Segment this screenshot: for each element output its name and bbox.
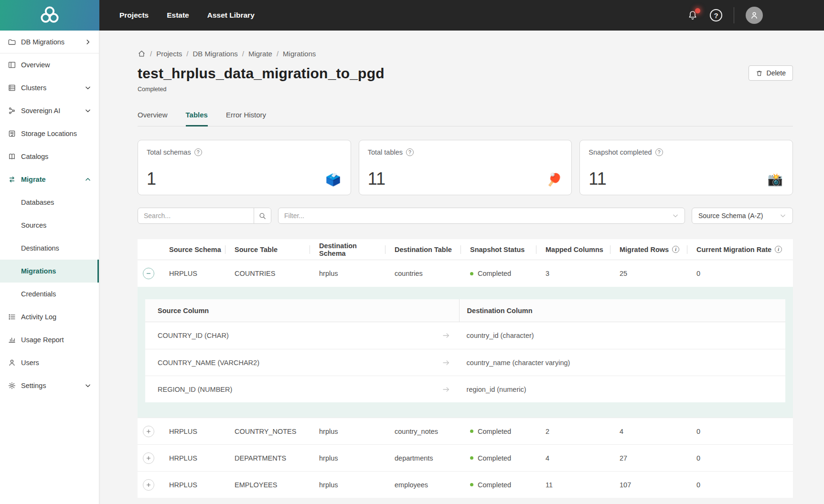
mapping-row: COUNTRY_ID (CHAR) country_id (character) bbox=[145, 322, 785, 349]
sidebar-item-migrations[interactable]: Migrations bbox=[0, 260, 99, 283]
chevron-down-icon[interactable] bbox=[672, 212, 679, 219]
delete-button[interactable]: Delete bbox=[749, 65, 793, 81]
nav-link-estate[interactable]: Estate bbox=[167, 11, 189, 20]
column-mapping-panel: Source Column Destination Column COUNTRY… bbox=[138, 287, 793, 418]
col-migrated-rows: Migrated Rowsi bbox=[610, 239, 687, 260]
user-avatar[interactable] bbox=[746, 7, 763, 24]
migration-tables-table: Source Schema Source Table Destination S… bbox=[138, 239, 793, 498]
stat-card-total-tables: Total tables ? 11 🏓 bbox=[359, 140, 572, 195]
sidebar-item-db-migrations[interactable]: DB Migrations bbox=[0, 31, 99, 53]
sidebar-item-migrate[interactable]: Migrate bbox=[0, 168, 99, 191]
sidebar-item-storage-locations[interactable]: Storage Locations bbox=[0, 122, 99, 145]
status-dot-icon bbox=[470, 483, 473, 486]
sidebar-item-users[interactable]: Users bbox=[0, 351, 99, 374]
search-group bbox=[138, 208, 271, 224]
breadcrumb-db-migrations[interactable]: DB Migrations bbox=[193, 50, 238, 58]
breadcrumb-projects[interactable]: Projects bbox=[156, 50, 182, 58]
sidebar: DB Migrations Overview Clusters bbox=[0, 31, 99, 504]
stat-cards: Total schemas ? 1 🗳️ Total tables ? 11 🏓 bbox=[138, 140, 793, 195]
expand-row-button[interactable] bbox=[143, 479, 154, 491]
breadcrumb-migrate[interactable]: Migrate bbox=[248, 50, 272, 58]
mapping-row: COUNTRY_NAME (VARCHAR2) country_name (ch… bbox=[145, 349, 785, 376]
chevron-right-icon bbox=[85, 39, 91, 45]
total-schemas-value: 1 bbox=[147, 169, 156, 189]
sovereign-ai-icon bbox=[8, 106, 16, 115]
table-controls: Source Schema (A-Z) bbox=[138, 208, 793, 224]
search-input[interactable] bbox=[138, 208, 254, 223]
nav-link-asset-library[interactable]: Asset Library bbox=[207, 11, 255, 20]
help-tooltip-icon[interactable]: ? bbox=[406, 148, 414, 156]
stat-card-snapshot-completed: Snapshot completed ? 11 📸 bbox=[579, 140, 793, 195]
sidebar-item-usage-report[interactable]: Usage Report bbox=[0, 328, 99, 351]
table-row: HRPLUS DEPARTMENTS hrplus departments Co… bbox=[138, 444, 793, 471]
migrate-sync-icon bbox=[8, 175, 16, 184]
table-row: HRPLUS COUNTRY_NOTES hrplus country_note… bbox=[138, 418, 793, 444]
sort-select[interactable]: Source Schema (A-Z) bbox=[692, 208, 793, 224]
expand-row-button[interactable] bbox=[143, 452, 154, 464]
sidebar-item-sources[interactable]: Sources bbox=[0, 214, 99, 237]
chevron-up-icon bbox=[85, 176, 91, 183]
sidebar-item-credentials[interactable]: Credentials bbox=[0, 283, 99, 305]
catalogs-book-icon bbox=[8, 152, 16, 161]
brand-logo[interactable] bbox=[0, 0, 99, 31]
tab-error-history[interactable]: Error History bbox=[226, 111, 266, 126]
top-navbar: Projects Estate Asset Library ? bbox=[0, 0, 824, 31]
help-tooltip-icon[interactable]: ? bbox=[655, 148, 663, 156]
ping-pong-emoji-icon: 🏓 bbox=[546, 172, 562, 187]
expand-row-button[interactable] bbox=[143, 426, 154, 437]
primary-nav: Projects Estate Asset Library bbox=[119, 0, 255, 31]
status-dot-icon bbox=[470, 430, 473, 433]
sidebar-item-sovereign-ai[interactable]: Sovereign AI bbox=[0, 99, 99, 122]
help-icon[interactable]: ? bbox=[710, 9, 722, 21]
sidebar-item-destinations[interactable]: Destinations bbox=[0, 237, 99, 260]
status-dot-icon bbox=[470, 272, 473, 275]
search-icon[interactable] bbox=[254, 208, 271, 223]
tab-bar: Overview Tables Error History bbox=[138, 111, 793, 126]
folder-icon bbox=[8, 38, 16, 46]
mapping-row: REGION_ID (NUMBER) region_id (numeric) bbox=[145, 376, 785, 402]
navbar-right: ? bbox=[687, 0, 824, 31]
sidebar-item-databases[interactable]: Databases bbox=[0, 191, 99, 214]
activity-log-icon bbox=[8, 313, 16, 321]
chevron-down-icon bbox=[85, 84, 91, 91]
status-badge: Completed bbox=[460, 481, 536, 489]
col-current-migration-rate: Current Migration Ratei bbox=[687, 239, 793, 260]
settings-gear-icon bbox=[8, 381, 16, 390]
nav-link-projects[interactable]: Projects bbox=[119, 11, 149, 20]
breadcrumb-migrations[interactable]: Migrations bbox=[283, 50, 316, 58]
arrow-right-icon bbox=[442, 331, 450, 340]
status-badge: Completed bbox=[460, 454, 536, 462]
status-badge: Completed bbox=[460, 270, 536, 277]
users-person-icon bbox=[8, 358, 16, 367]
filter-input[interactable] bbox=[284, 212, 672, 220]
storage-icon bbox=[8, 129, 16, 138]
home-icon[interactable] bbox=[138, 50, 146, 58]
mapping-header-row: Source Column Destination Column bbox=[145, 299, 785, 322]
col-destination-column: Destination Column bbox=[459, 299, 785, 322]
sidebar-item-clusters[interactable]: Clusters bbox=[0, 76, 99, 99]
collapse-row-button[interactable] bbox=[143, 268, 154, 279]
table-header-row: Source Schema Source Table Destination S… bbox=[138, 239, 793, 260]
col-source-schema: Source Schema bbox=[160, 239, 225, 260]
status-dot-icon bbox=[470, 456, 473, 460]
help-tooltip-icon[interactable]: ? bbox=[194, 148, 202, 156]
col-mapped-columns: Mapped Columns bbox=[536, 239, 610, 260]
chevron-down-icon bbox=[780, 212, 786, 219]
tab-tables[interactable]: Tables bbox=[186, 111, 208, 126]
total-tables-value: 11 bbox=[368, 169, 385, 189]
sidebar-item-overview[interactable]: Overview bbox=[0, 53, 99, 76]
col-destination-schema: Destination Schema bbox=[310, 239, 385, 260]
snapshot-completed-value: 11 bbox=[589, 169, 606, 189]
sidebar-item-catalogs[interactable]: Catalogs bbox=[0, 145, 99, 168]
status-badge: Completed bbox=[460, 428, 536, 435]
tab-overview[interactable]: Overview bbox=[138, 111, 168, 126]
camera-emoji-icon: 📸 bbox=[768, 172, 783, 187]
breadcrumb: / Projects / DB Migrations / Migrate / M… bbox=[138, 50, 793, 58]
sidebar-item-activity-log[interactable]: Activity Log bbox=[0, 305, 99, 328]
arrow-right-icon bbox=[442, 385, 450, 394]
info-icon[interactable]: i bbox=[775, 246, 782, 253]
info-icon[interactable]: i bbox=[672, 246, 679, 253]
sidebar-item-settings[interactable]: Settings bbox=[0, 374, 99, 397]
notifications-bell-icon[interactable] bbox=[687, 10, 698, 21]
chevron-down-icon bbox=[85, 382, 91, 389]
